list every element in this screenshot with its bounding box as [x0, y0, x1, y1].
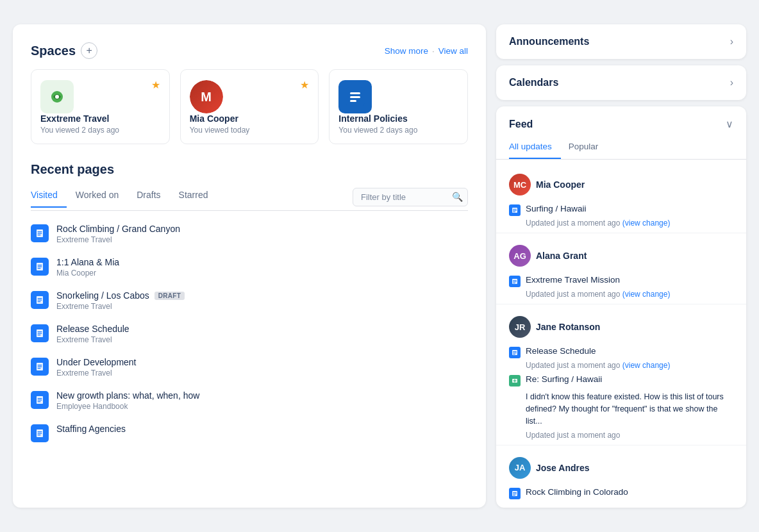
page-item-growth-plans[interactable]: New growth plans: what, when, how Employ… [31, 384, 468, 417]
doc-icon [31, 291, 49, 309]
svg-rect-36 [513, 209, 517, 210]
feed-user-name-row-jose: JA Jose Andres [509, 457, 733, 479]
feed-avatar-mia: MC [509, 174, 531, 195]
view-change-link-exxtreme[interactable]: (view change) [622, 290, 671, 299]
feed-tab-popular[interactable]: Popular [569, 138, 608, 159]
doc-icon [31, 224, 49, 242]
tab-visited[interactable]: Visited [31, 186, 67, 208]
page-item-under-dev[interactable]: Under Development Exxtreme Travel [31, 351, 468, 384]
feed-entry-jane: JR Jane Rotanson [496, 310, 746, 344]
feed-doc-icon-green [509, 375, 521, 387]
draft-badge: DRAFT [154, 292, 185, 300]
page-title-staffing: Staffing Agencies [56, 424, 468, 434]
view-change-link-release[interactable]: (view change) [622, 361, 671, 370]
page-space-under-dev: Exxtreme Travel [56, 369, 468, 378]
tab-drafts[interactable]: Drafts [128, 186, 169, 208]
space-card-mia[interactable]: M ★ Mia Cooper You viewed today [180, 69, 319, 144]
feed-page-re-surfing[interactable]: Re: Surfing / Hawaii [496, 372, 746, 388]
feed-avatar-jane: JR [509, 316, 531, 338]
feed-doc-icon-blue [509, 347, 521, 358]
view-change-link-surfing[interactable]: (view change) [622, 219, 671, 228]
svg-rect-12 [38, 265, 42, 265]
mia-card-avatar: M [190, 80, 223, 113]
svg-rect-20 [38, 331, 42, 332]
feed-tab-all-updates[interactable]: All updates [509, 138, 561, 159]
svg-rect-25 [38, 367, 42, 367]
policies-card-sub: You viewed 2 days ago [338, 126, 458, 135]
travel-card-sub: You viewed 2 days ago [40, 126, 160, 135]
svg-point-2 [55, 95, 59, 99]
page-item-release-schedule[interactable]: Release Schedule Exxtreme Travel [31, 317, 468, 351]
svg-rect-4 [350, 92, 360, 94]
add-space-button[interactable]: + [81, 42, 97, 59]
page-title-growth-plans: New growth plans: what, when, how [56, 390, 468, 401]
feed-page-surfing-hawaii[interactable]: Surfing / Hawaii [496, 202, 746, 218]
policies-card-name: Internal Policies [338, 113, 458, 124]
feed-user-name-jose: Jose Andres [536, 463, 590, 473]
feed-doc-icon-blue [509, 488, 521, 499]
feed-page-title-release-schedule-feed: Release Schedule [526, 346, 596, 356]
svg-rect-21 [38, 333, 42, 334]
svg-rect-5 [350, 96, 360, 98]
page-title-release-schedule: Release Schedule [56, 324, 468, 334]
page-title-alana-mia: 1:1 Alana & Mia [56, 257, 468, 267]
space-card-travel[interactable]: ★ Exxtreme Travel You viewed 2 days ago [31, 69, 170, 144]
svg-rect-34 [38, 435, 41, 435]
feed-title: Feed [509, 119, 533, 130]
feed-header: Feed ∨ [496, 106, 746, 138]
page-space-alana-mia: Mia Cooper [56, 269, 468, 278]
feed-page-rock-climbing-co[interactable]: Rock Climbing in Colorado [496, 485, 746, 501]
svg-rect-13 [38, 267, 42, 267]
tab-worked-on[interactable]: Worked on [67, 186, 128, 208]
svg-rect-33 [38, 433, 42, 434]
filter-input[interactable] [353, 188, 468, 206]
feed-divider [496, 233, 746, 233]
feed-entry-mia: MC Mia Cooper [496, 167, 746, 202]
feed-page-exxtreme-mission[interactable]: Exxtreme Travel Mission [496, 273, 746, 289]
feed-entries: MC Mia Cooper Surfing / Hawaii Updated j… [496, 167, 746, 501]
feed-entry-alana: AG Alana Grant [496, 238, 746, 273]
svg-rect-17 [38, 300, 42, 301]
feed-page-title-rock-climbing-co: Rock Climbing in Colorado [526, 487, 628, 497]
page-item-snorkeling[interactable]: Snorkeling / Los Cabos DRAFT Exxtreme Tr… [31, 284, 468, 317]
page-item-staffing[interactable]: Staffing Agencies [31, 417, 468, 449]
spaces-actions: Show more · View all [385, 46, 468, 56]
page-item-alana-mia[interactable]: 1:1 Alana & Mia Mia Cooper [31, 251, 468, 284]
announcements-card: Announcements › [496, 24, 746, 59]
page-text: Rock Climbing / Grand Canyon Exxtreme Tr… [56, 224, 468, 244]
star-badge-mia: ★ [300, 79, 309, 91]
feed-doc-icon-blue [509, 204, 521, 216]
feed-page-title-surfing: Surfing / Hawaii [526, 204, 587, 213]
page-title-snorkeling: Snorkeling / Los Cabos DRAFT [56, 290, 468, 301]
view-all-link[interactable]: View all [438, 46, 468, 56]
feed-chevron-down-icon[interactable]: ∨ [726, 118, 733, 130]
svg-rect-10 [38, 235, 41, 235]
calendars-row[interactable]: Calendars › [496, 65, 746, 100]
page-text: Under Development Exxtreme Travel [56, 357, 468, 378]
tabs-divider [31, 210, 468, 211]
feed-page-title-exxtreme-mission: Exxtreme Travel Mission [526, 275, 620, 285]
space-card-policies[interactable]: Internal Policies You viewed 2 days ago [329, 69, 468, 144]
announcements-label: Announcements [509, 36, 589, 47]
doc-icon [31, 424, 49, 442]
show-more-link[interactable]: Show more [385, 46, 428, 56]
svg-rect-46 [513, 354, 515, 354]
svg-rect-22 [38, 335, 41, 335]
travel-icon [40, 80, 74, 113]
svg-rect-41 [513, 281, 517, 282]
doc-icon [31, 324, 49, 342]
filter-input-wrap: 🔍 [353, 188, 468, 206]
feed-page-title-re-surfing: Re: Surfing / Hawaii [526, 374, 602, 384]
page-text: Release Schedule Exxtreme Travel [56, 324, 468, 344]
feed-comment-text: I didn't know this feature existed. How … [526, 391, 733, 427]
svg-rect-8 [38, 231, 42, 232]
mia-card-name: Mia Cooper [190, 113, 310, 124]
feed-user-name-row-mia: MC Mia Cooper [509, 174, 733, 195]
feed-card: Feed ∨ All updates Popular MC Mia Cooper [496, 106, 746, 507]
spaces-title: Spaces [31, 44, 76, 58]
announcements-row[interactable]: Announcements › [496, 24, 746, 59]
tab-starred[interactable]: Starred [170, 186, 217, 208]
page-item-rock-climbing[interactable]: Rock Climbing / Grand Canyon Exxtreme Tr… [31, 217, 468, 251]
feed-page-release-schedule[interactable]: Release Schedule [496, 344, 746, 360]
page-text: Snorkeling / Los Cabos DRAFT Exxtreme Tr… [56, 290, 468, 311]
